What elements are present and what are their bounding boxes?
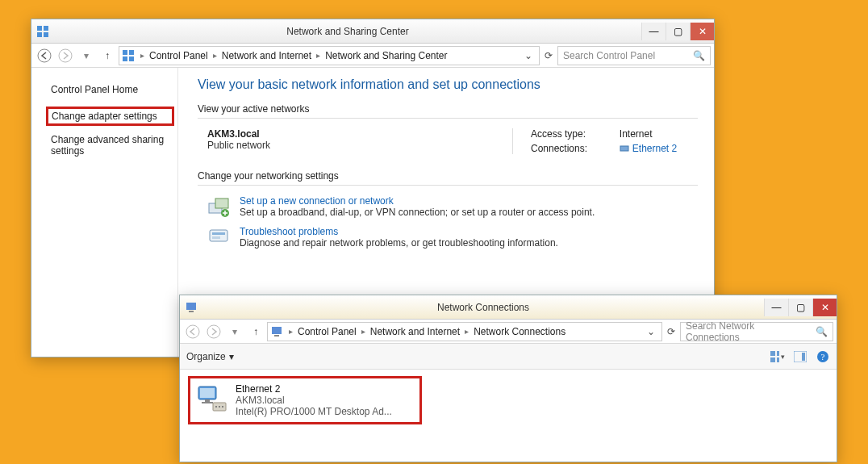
task-troubleshoot[interactable]: Troubleshoot problems Diagnose and repai… [198,226,698,249]
minimize-button[interactable]: — [764,299,788,316]
svg-text:?: ? [821,352,825,362]
highlight-box: Change adapter settings [46,107,174,126]
adapter-item[interactable]: Ethernet 2 AKM3.local Intel(R) PRO/1000 … [192,380,418,420]
network-type: Public network [207,140,480,151]
search-icon: 🔍 [816,326,828,337]
preview-pane-button[interactable] [793,349,807,364]
svg-rect-18 [189,311,194,312]
search-input[interactable]: Search Network Connections 🔍 [680,322,833,341]
svg-rect-7 [129,50,134,55]
maximize-button[interactable]: ▢ [788,299,812,316]
close-button[interactable]: ✕ [812,299,837,316]
svg-point-37 [219,406,220,408]
breadcrumb[interactable]: ▸ Control Panel ▸ Network and Internet ▸… [119,46,540,65]
connections-label: Connections: [531,143,608,154]
forward-button[interactable] [56,46,75,65]
view-options-button[interactable]: ▾ [770,349,785,364]
breadcrumb-item[interactable]: Control Panel [298,326,357,337]
svg-rect-32 [200,388,215,398]
breadcrumb-item[interactable]: Network and Internet [370,326,460,337]
sidebar-change-advanced[interactable]: Change advanced sharing settings [49,131,171,160]
breadcrumb-item[interactable]: Control Panel [149,50,208,61]
active-networks-label: View your active networks [198,103,698,115]
search-placeholder: Search Control Panel [563,50,655,61]
adapter-network: AKM3.local [236,395,392,406]
task-desc: Set up a broadband, dial-up, or VPN conn… [240,207,595,218]
recent-dropdown[interactable]: ▾ [225,322,244,341]
svg-rect-34 [202,402,213,403]
svg-rect-33 [205,399,210,402]
sidebar: Control Panel Home Change adapter settin… [31,68,178,357]
breadcrumb-item[interactable]: Network and Internet [222,50,311,61]
adapter-device: Intel(R) PRO/1000 MT Desktop Ad... [236,406,392,417]
svg-rect-6 [123,50,127,55]
refresh-button[interactable]: ⟳ [664,326,678,337]
svg-rect-28 [802,353,805,361]
svg-rect-21 [272,327,282,334]
close-button[interactable]: ✕ [690,23,714,40]
task-title: Set up a new connection or network [240,195,595,207]
window-title: Network and Sharing Center [54,26,641,37]
connection-link[interactable]: Ethernet 2 [620,143,698,154]
back-button[interactable] [35,46,54,65]
organize-menu[interactable]: Organize ▾ [186,351,234,362]
svg-rect-3 [44,32,48,37]
connection-name: Ethernet 2 [632,143,677,154]
breadcrumb-dropdown[interactable]: ⌄ [644,326,658,337]
network-name: AKM3.local [207,128,480,140]
up-button[interactable]: ↑ [98,46,117,65]
chevron-right-icon: ▸ [315,51,322,60]
minimize-button[interactable]: — [641,23,666,40]
task-setup-connection[interactable]: Set up a new connection or network Set u… [198,195,698,218]
svg-rect-1 [44,26,48,31]
change-settings-label: Change your networking settings [198,170,698,182]
svg-point-4 [38,49,51,62]
navigation-bar: ▾ ↑ ▸ Control Panel ▸ Network and Intern… [31,44,714,68]
svg-rect-22 [274,335,279,337]
network-summary: AKM3.local Public network Access type: I… [198,128,698,154]
svg-rect-25 [770,357,775,362]
toolbar: Organize ▾ ▾ ? [180,344,837,370]
help-button[interactable]: ? [816,349,830,364]
search-input[interactable]: Search Control Panel 🔍 [557,46,711,65]
search-icon: 🔍 [693,50,705,61]
divider [198,185,698,186]
setup-connection-icon [207,195,230,218]
titlebar: Network Connections — ▢ ✕ [180,295,837,320]
breadcrumb-dropdown[interactable]: ⌄ [521,50,536,61]
back-button[interactable] [183,322,202,341]
svg-rect-2 [37,32,42,37]
refresh-button[interactable]: ⟳ [541,50,556,61]
chevron-right-icon: ▸ [139,51,146,60]
svg-rect-9 [129,56,134,61]
svg-point-20 [207,325,220,338]
svg-point-38 [222,406,223,408]
breadcrumb[interactable]: ▸ Control Panel ▸ Network and Internet ▸… [267,322,662,341]
divider [198,118,698,119]
svg-rect-24 [777,351,779,356]
network-center-icon [36,25,49,38]
chevron-right-icon: ▸ [211,51,219,60]
chevron-right-icon: ▸ [360,327,367,336]
breadcrumb-item[interactable]: Network and Sharing Center [325,50,447,61]
chevron-down-icon: ▾ [229,351,234,362]
sidebar-change-adapter[interactable]: Change adapter settings [52,111,169,122]
svg-rect-23 [770,351,775,356]
svg-rect-12 [215,199,228,208]
troubleshoot-icon [207,226,230,249]
breadcrumb-item[interactable]: Network Connections [474,326,565,337]
sidebar-home[interactable]: Control Panel Home [49,81,171,98]
svg-point-5 [59,49,72,62]
network-connections-window: Network Connections — ▢ ✕ ▾ ↑ ▸ Control … [179,295,837,462]
ethernet-icon [620,144,629,153]
forward-button[interactable] [204,322,223,341]
maximize-button[interactable]: ▢ [666,23,690,40]
svg-rect-0 [37,26,42,31]
svg-rect-17 [186,303,196,310]
adapter-list: Ethernet 2 AKM3.local Intel(R) PRO/1000 … [180,370,837,462]
svg-point-36 [215,406,217,408]
recent-dropdown[interactable]: ▾ [77,46,96,65]
highlight-box: Ethernet 2 AKM3.local Intel(R) PRO/1000 … [188,376,422,424]
up-button[interactable]: ↑ [246,322,265,341]
page-title: View your basic network information and … [198,77,698,92]
